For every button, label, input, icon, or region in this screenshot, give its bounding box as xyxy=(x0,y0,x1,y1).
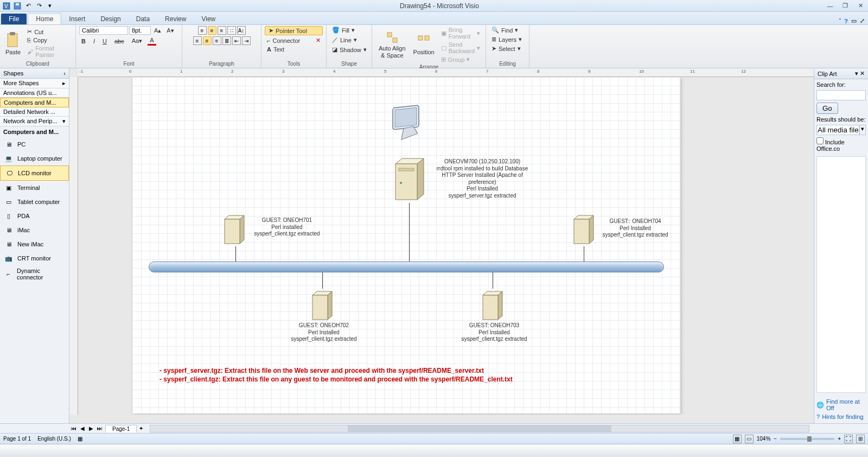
ribbon-minimize-icon[interactable]: ▭ xyxy=(851,17,857,24)
help-icon[interactable]: ? xyxy=(844,18,848,24)
note-server[interactable]: - sysperf_server.tgz: Extract this file … xyxy=(159,367,484,374)
indent-dec-button[interactable]: ⇤ xyxy=(232,36,241,45)
zoom-level[interactable]: 104% xyxy=(757,436,771,442)
position-button[interactable]: Position xyxy=(411,34,437,56)
group-button[interactable]: ⊞Group ▾ xyxy=(439,55,482,63)
hints-link[interactable]: ?Hints for finding xyxy=(816,412,866,421)
view-normal-button[interactable]: ▦ xyxy=(733,435,742,443)
bold-button[interactable]: B xyxy=(79,36,88,46)
line-button[interactable]: ／Line ▾ xyxy=(330,35,368,44)
fill-button[interactable]: 🪣Fill ▾ xyxy=(330,26,368,34)
shadow-button[interactable]: ◪Shadow ▾ xyxy=(330,46,368,54)
next-page-button[interactable]: ▶ xyxy=(87,425,95,431)
chevron-down-icon[interactable]: ▾ xyxy=(859,125,866,135)
tab-review[interactable]: Review xyxy=(157,14,194,24)
server-701[interactable] xyxy=(220,212,253,244)
horizontal-scrollbar[interactable] xyxy=(150,425,809,432)
shape-dynamic-connector[interactable]: ⌐Dynamic connector xyxy=(0,265,69,283)
tab-home[interactable]: Home xyxy=(28,13,61,24)
bullets-button[interactable]: ∷ xyxy=(227,26,236,35)
media-type-combo[interactable] xyxy=(816,125,859,135)
stencil-detailed-network[interactable]: Detailed Network ... xyxy=(0,107,69,117)
view-fullscreen-button[interactable]: ▭ xyxy=(745,435,754,443)
delete-x-icon[interactable]: ✕ xyxy=(316,37,321,44)
shape-laptop[interactable]: 💻Laptop computer xyxy=(0,151,69,166)
label-702[interactable]: GUEST: ONEOH702 Perl Installed sysperf_c… xyxy=(289,322,359,343)
restore-button[interactable]: ❐ xyxy=(840,2,851,10)
tab-file[interactable]: File xyxy=(1,14,27,24)
server-main[interactable] xyxy=(390,153,429,202)
network-bus[interactable] xyxy=(149,262,664,272)
shape-imac[interactable]: 🖥iMac xyxy=(0,223,69,237)
align-justify-button[interactable]: ≣ xyxy=(222,36,231,45)
include-office-checkbox[interactable]: Include Office.co xyxy=(816,137,866,152)
align-bottom-button[interactable]: ≡ xyxy=(218,26,226,35)
font-family-combo[interactable] xyxy=(79,26,128,35)
canvas[interactable]: ONEOVM700 (10.250.102.100) rrdtool rpm i… xyxy=(78,77,805,415)
font-color-button[interactable]: A xyxy=(148,36,156,46)
tab-view[interactable]: View xyxy=(194,14,223,24)
close-pane-icon[interactable]: ✕ xyxy=(860,70,865,77)
italic-button[interactable]: I xyxy=(91,36,97,46)
conn-704[interactable] xyxy=(584,246,584,263)
case-button[interactable]: Aa▾ xyxy=(130,36,144,46)
undo-icon[interactable]: ↶ xyxy=(24,2,33,10)
text-direction-button[interactable]: A↕ xyxy=(237,26,246,35)
server-main-label[interactable]: ONEOVM700 (10.250.102.100) rrdtool rpm i… xyxy=(433,158,531,199)
find-more-link[interactable]: 🌐Find more at Off xyxy=(816,397,866,412)
bring-forward-button[interactable]: ▣Bring Forward ▾ xyxy=(439,26,482,40)
save-icon[interactable] xyxy=(13,2,22,10)
first-page-button[interactable]: ⏮ xyxy=(69,425,78,431)
label-701[interactable]: GUEST: ONEOH701 Perl installed sysperf_c… xyxy=(252,217,322,238)
close-button[interactable]: ✕ xyxy=(855,2,866,10)
select-button[interactable]: ➤Select ▾ xyxy=(489,44,526,53)
last-page-button[interactable]: ⏭ xyxy=(95,425,104,431)
new-page-button[interactable]: ✦ xyxy=(137,425,145,431)
indent-inc-button[interactable]: ⇥ xyxy=(242,36,251,45)
conn-703[interactable] xyxy=(493,272,493,289)
server-704[interactable] xyxy=(570,212,602,244)
tab-data[interactable]: Data xyxy=(129,14,157,24)
shape-pc[interactable]: 🖥PC xyxy=(0,137,69,151)
switch-windows-button[interactable]: ⊞ xyxy=(856,435,865,443)
font-size-combo[interactable] xyxy=(129,26,151,35)
stencil-network-perip[interactable]: Network and Perip...▾ xyxy=(0,117,69,126)
label-704[interactable]: GUEST:: ONEOH704 Perl Installed sysperf_… xyxy=(600,218,671,239)
connector-tool-button[interactable]: ⌐Connector✕ xyxy=(265,36,323,44)
zoom-slider[interactable] xyxy=(780,438,834,440)
text-tool-button[interactable]: AText xyxy=(265,46,323,53)
tab-design[interactable]: Design xyxy=(93,14,128,24)
send-backward-button[interactable]: ▢Send Backward ▾ xyxy=(439,41,482,55)
align-middle-button[interactable]: ≡ xyxy=(208,26,216,35)
server-702[interactable] xyxy=(308,288,341,320)
language-indicator[interactable]: English (U.S.) xyxy=(37,436,71,442)
pointer-tool-button[interactable]: ➤Pointer Tool xyxy=(265,26,323,35)
grow-font-button[interactable]: A▴ xyxy=(152,26,163,35)
collapse-icon[interactable]: ‹ xyxy=(63,70,66,77)
cut-button[interactable]: ✂Cut xyxy=(25,28,72,36)
copy-button[interactable]: ⎘Copy xyxy=(25,36,72,44)
qat-dropdown-icon[interactable]: ▾ xyxy=(46,2,54,10)
paste-button[interactable]: Paste xyxy=(3,30,23,56)
label-703[interactable]: GUEST: ONEOH703 Perl Installed sysperf_c… xyxy=(459,322,529,343)
server-703[interactable] xyxy=(478,288,511,320)
stencil-computers[interactable]: Computers and M... xyxy=(0,98,69,107)
ribbon-caret-icon[interactable]: ˆ xyxy=(839,18,841,24)
shape-tablet[interactable]: ▭Tablet computer xyxy=(0,195,69,209)
dropdown-icon[interactable]: ▾ xyxy=(855,70,858,77)
more-shapes-section[interactable]: More Shapes▸ xyxy=(0,79,69,88)
shape-crt[interactable]: 📺CRT monitor xyxy=(0,251,69,265)
shrink-font-button[interactable]: A▾ xyxy=(164,26,176,35)
conn-702[interactable] xyxy=(322,272,323,289)
ribbon-expand-icon[interactable]: ⤢ xyxy=(860,17,865,24)
prev-page-button[interactable]: ◀ xyxy=(78,425,87,431)
go-button[interactable]: Go xyxy=(816,103,838,114)
shape-lcd-monitor[interactable]: 🖵LCD monitor xyxy=(0,166,69,181)
conn-main[interactable] xyxy=(409,203,410,263)
shape-new-imac[interactable]: 🖥New iMac xyxy=(0,237,69,251)
format-painter-button[interactable]: 🖌Format Painter xyxy=(25,44,72,59)
align-right-button[interactable]: ≡ xyxy=(213,36,221,45)
align-top-button[interactable]: ≡ xyxy=(198,26,207,35)
find-button[interactable]: 🔍Find ▾ xyxy=(489,26,526,34)
macro-icon[interactable]: ▦ xyxy=(78,436,82,442)
